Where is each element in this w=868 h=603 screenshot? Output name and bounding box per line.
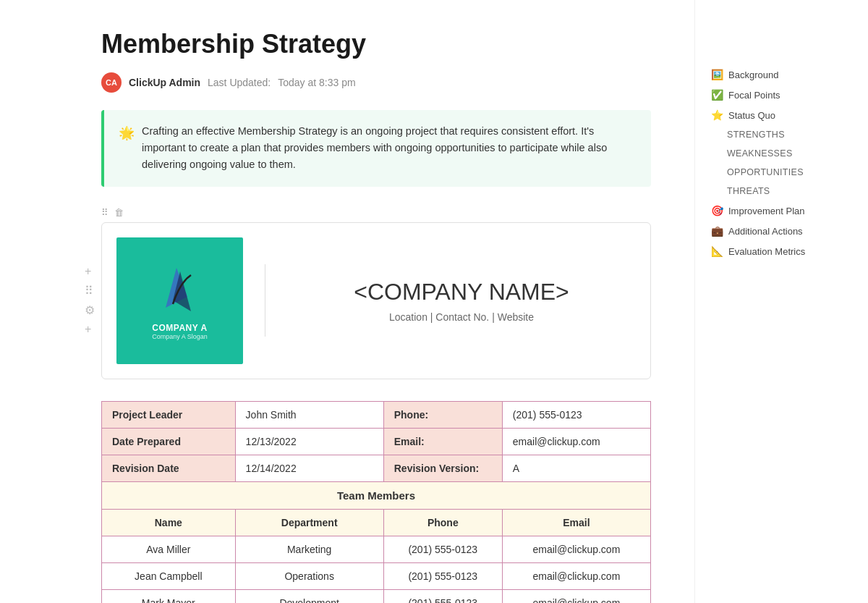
sidebar-label-background: Background xyxy=(728,69,778,80)
team-dept: Operations xyxy=(235,562,383,589)
info-table: Project Leader John Smith Phone: (201) 5… xyxy=(101,401,651,603)
value-cell: 12/13/2022 xyxy=(235,428,383,455)
company-details: Location | Contact No. | Website xyxy=(287,311,636,323)
company-logo-box: COMPANY A Company A Slogan xyxy=(116,237,243,364)
sidebar-label-focal-points: Focal Points xyxy=(728,90,780,101)
table-row: Revision Date 12/14/2022 Revision Versio… xyxy=(102,455,651,481)
sidebar-icon-status-quo: ⭐ xyxy=(711,109,723,121)
col-header: Phone xyxy=(383,509,502,536)
team-email: email@clickup.com xyxy=(502,562,650,589)
team-phone: (201) 555-0123 xyxy=(383,589,502,603)
team-phone: (201) 555-0123 xyxy=(383,562,502,589)
sidebar-icon-evaluation-metrics: 📐 xyxy=(711,245,723,257)
last-updated-value: Today at 8:33 pm xyxy=(278,77,355,88)
callout-icon: 🌟 xyxy=(119,123,135,174)
sidebar-item-status-quo[interactable]: ⭐ Status Quo xyxy=(707,106,835,125)
sidebar-icon-additional-actions: 💼 xyxy=(711,225,723,237)
value-cell-right: (201) 555-0123 xyxy=(502,401,650,428)
sidebar-item-background[interactable]: 🖼️ Background xyxy=(707,65,835,84)
sidebar-item-threats[interactable]: THREATS xyxy=(707,182,835,200)
team-dept: Development xyxy=(235,589,383,603)
team-phone: (201) 555-0123 xyxy=(383,536,502,562)
sidebar-item-focal-points[interactable]: ✅ Focal Points xyxy=(707,85,835,104)
logo-company-name: COMPANY A xyxy=(152,323,207,333)
main-content: Membership Strategy CA ClickUp Admin Las… xyxy=(0,0,694,603)
label-cell-right: Revision Version: xyxy=(383,455,502,481)
label-cell-right: Email: xyxy=(383,428,502,455)
team-name: Mark Mayer xyxy=(102,589,236,603)
sidebar-label-additional-actions: Additional Actions xyxy=(728,226,803,237)
table-row: Project Leader John Smith Phone: (201) 5… xyxy=(102,401,651,428)
sidebar-item-additional-actions[interactable]: 💼 Additional Actions xyxy=(707,222,835,240)
add-above-icon[interactable]: + xyxy=(85,265,95,278)
col-header-row: NameDepartmentPhoneEmail xyxy=(102,509,651,536)
company-card: + ⠿ ⚙ + COMPANY A Company A Slogan <COMP… xyxy=(101,222,651,379)
left-actions: + ⠿ ⚙ + xyxy=(85,265,95,336)
sidebar-label-status-quo: Status Quo xyxy=(728,110,775,121)
author-row: CA ClickUp Admin Last Updated: Today at … xyxy=(101,72,651,93)
team-name: Ava Miller xyxy=(102,536,236,562)
block-controls: ⠿ 🗑 xyxy=(101,207,651,218)
col-header: Name xyxy=(102,509,236,536)
col-header: Email xyxy=(502,509,650,536)
drag-handle-icon[interactable]: ⠿ xyxy=(101,207,109,218)
sidebar-item-opportunities[interactable]: OPPORTUNITIES xyxy=(707,164,835,181)
sidebar-item-evaluation-metrics[interactable]: 📐 Evaluation Metrics xyxy=(707,242,835,261)
value-cell-right: email@clickup.com xyxy=(502,428,650,455)
team-dept: Marketing xyxy=(235,536,383,562)
team-header-row: Team Members xyxy=(102,481,651,509)
delete-icon[interactable]: 🗑 xyxy=(114,207,124,218)
company-name: <COMPANY NAME> xyxy=(287,279,636,305)
team-name: Jean Campbell xyxy=(102,562,236,589)
last-updated-label: Last Updated: xyxy=(208,77,271,88)
add-below-icon[interactable]: + xyxy=(85,323,95,336)
team-header: Team Members xyxy=(102,481,651,509)
team-email: email@clickup.com xyxy=(502,536,650,562)
sidebar-item-improvement-plan[interactable]: 🎯 Improvement Plan xyxy=(707,201,835,220)
sidebar-icon-background: 🖼️ xyxy=(711,69,723,80)
team-data-row: Ava Miller Marketing (201) 555-0123 emai… xyxy=(102,536,651,562)
team-data-row: Jean Campbell Operations (201) 555-0123 … xyxy=(102,562,651,589)
logo-company-slogan: Company A Slogan xyxy=(152,333,208,340)
col-header: Department xyxy=(235,509,383,536)
sidebar-label-evaluation-metrics: Evaluation Metrics xyxy=(728,246,805,257)
callout-text: Crafting an effective Membership Strateg… xyxy=(142,123,637,174)
page-title: Membership Strategy xyxy=(101,29,651,59)
value-cell-right: A xyxy=(502,455,650,481)
table-row: Date Prepared 12/13/2022 Email: email@cl… xyxy=(102,428,651,455)
value-cell: 12/14/2022 xyxy=(235,455,383,481)
label-cell: Project Leader xyxy=(102,401,236,428)
label-cell: Date Prepared xyxy=(102,428,236,455)
sidebar: 🖼️ Background ✅ Focal Points ⭐ Status Qu… xyxy=(694,0,846,603)
sidebar-item-weaknesses[interactable]: WEAKNESSES xyxy=(707,145,835,162)
card-divider xyxy=(265,264,265,337)
sidebar-icon-focal-points: ✅ xyxy=(711,89,723,101)
settings-icon[interactable]: ⚙ xyxy=(85,303,95,317)
value-cell: John Smith xyxy=(235,401,383,428)
company-logo-svg xyxy=(151,261,209,319)
sidebar-icon-improvement-plan: 🎯 xyxy=(711,205,723,216)
team-email: email@clickup.com xyxy=(502,589,650,603)
label-cell: Revision Date xyxy=(102,455,236,481)
sidebar-item-strengths[interactable]: STRENGTHS xyxy=(707,126,835,143)
sidebar-label-improvement-plan: Improvement Plan xyxy=(728,206,805,216)
drag-handle-icon-2[interactable]: ⠿ xyxy=(85,284,95,298)
author-name: ClickUp Admin xyxy=(129,77,200,88)
callout-box: 🌟 Crafting an effective Membership Strat… xyxy=(101,110,651,187)
team-data-row: Mark Mayer Development (201) 555-0123 em… xyxy=(102,589,651,603)
avatar: CA xyxy=(101,72,122,93)
label-cell-right: Phone: xyxy=(383,401,502,428)
company-info: <COMPANY NAME> Location | Contact No. | … xyxy=(287,279,636,323)
